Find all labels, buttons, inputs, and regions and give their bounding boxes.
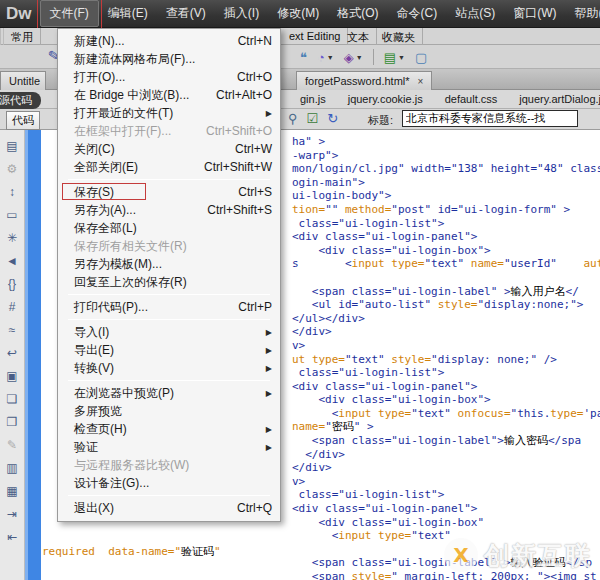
file-menu-item-12[interactable]: 另存为模板(M)... xyxy=(58,255,280,273)
menu-item-label: 全部关闭(E) xyxy=(74,159,196,176)
menu-item-label: 打开最近的文件(T) xyxy=(74,105,258,122)
file-menu-item-17[interactable]: 转换(V)▶ xyxy=(58,359,280,377)
menubar-item-7[interactable]: 站点(S) xyxy=(446,1,504,26)
file-menu-item-6[interactable]: 关闭(C)Ctrl+W xyxy=(58,140,280,158)
related-file-3[interactable]: jquery.artDialog.j xyxy=(519,93,600,105)
dreamweaver-logo: Dw xyxy=(0,4,40,24)
apply-comment-icon[interactable]: ❏ xyxy=(3,387,22,410)
menu-item-label: 导入(I) xyxy=(74,324,258,341)
code-editor-text[interactable]: ha" > -warp"> mon/login/cl.jpg" width="1… xyxy=(292,135,600,580)
coding-toolbar: ▤⚙↕▭✳◄{}#≈↩▣❏❐✎▥▦⇥⇤ xyxy=(0,130,25,580)
menubar-item-9[interactable]: 帮助(H) xyxy=(565,1,600,26)
file-menu-item-18[interactable]: 在浏览器中预览(P)▶ xyxy=(58,384,280,402)
file-menu-item-21[interactable]: 验证▶ xyxy=(58,438,280,456)
file-menu-item-13[interactable]: 回复至上次的保存(R) xyxy=(58,273,280,291)
submenu-arrow-icon: ▶ xyxy=(266,346,272,355)
file-menu-item-20[interactable]: 检查页(H)▶ xyxy=(58,420,280,438)
menu-item-label: 设计备注(G)... xyxy=(74,475,272,492)
tab-forgetpassword[interactable]: forgetPassword.html* × xyxy=(296,71,432,90)
dreamweaver-window: Dw 文件(F)编辑(E)查看(V)插入(I)修改(M)格式(O)命令(C)站点… xyxy=(0,0,600,580)
word-wrap-icon[interactable]: ↩ xyxy=(3,341,22,364)
menubar-item-4[interactable]: 修改(M) xyxy=(268,1,328,26)
ink-bottle-icon[interactable]: ◔▼ xyxy=(317,50,334,65)
menu-item-label: 新建流体网格布局(F)... xyxy=(74,51,272,68)
file-menu-item-14[interactable]: 打印代码(P)...Ctrl+P xyxy=(58,298,280,316)
file-menu-item-0[interactable]: 新建(N)...Ctrl+N xyxy=(58,32,280,50)
move-css-icon[interactable]: ▦ xyxy=(3,479,22,502)
menu-item-label: 保存全部(L) xyxy=(74,220,272,237)
related-file-2[interactable]: default.css xyxy=(445,93,498,105)
menu-item-shortcut: Ctrl+O xyxy=(237,70,272,84)
file-menu-item-15[interactable]: 导入(I)▶ xyxy=(58,323,280,341)
menubar-item-2[interactable]: 查看(V) xyxy=(157,1,215,26)
code-selection-highlight xyxy=(25,130,41,580)
file-menu-item-3[interactable]: 在 Bridge 中浏览(B)...Ctrl+Alt+O xyxy=(58,86,280,104)
panel-icon[interactable]: ▢ xyxy=(415,50,427,65)
menubar-item-3[interactable]: 插入(I) xyxy=(215,1,268,26)
indent-code-icon[interactable]: ⇥ xyxy=(3,502,22,525)
submenu-arrow-icon: ▶ xyxy=(266,425,272,434)
syntax-error-alerts-icon[interactable]: ▣ xyxy=(3,364,22,387)
menu-item-shortcut: Ctrl+Alt+O xyxy=(216,88,272,102)
menu-item-label: 保存所有相关文件(R) xyxy=(74,238,272,255)
tab-common[interactable]: 常用 xyxy=(0,28,41,45)
preview-check-icon[interactable]: ☑ xyxy=(307,111,319,126)
menu-item-label: 导出(E) xyxy=(74,342,258,359)
code-editor-text-line[interactable]: required data-name="验证码" xyxy=(42,544,221,559)
file-menu-item-19[interactable]: 多屏预览 xyxy=(58,402,280,420)
tab-text[interactable]: 文本 xyxy=(340,28,377,45)
menubar-item-8[interactable]: 窗口(W) xyxy=(504,1,565,26)
source-code-button[interactable]: 源代码 xyxy=(0,92,41,109)
file-menu-item-8[interactable]: 保存(S)Ctrl+S xyxy=(58,183,280,201)
file-menu-dropdown: 新建(N)...Ctrl+N新建流体网格布局(F)...打开(O)...Ctrl… xyxy=(57,28,281,522)
file-status-icon[interactable]: ⚲ xyxy=(288,111,298,126)
file-menu-item-7[interactable]: 全部关闭(E)Ctrl+Shift+W xyxy=(58,158,280,176)
menubar-item-1[interactable]: 编辑(E) xyxy=(99,1,157,26)
document-title-input[interactable] xyxy=(402,110,578,127)
menubar-item-6[interactable]: 命令(C) xyxy=(387,1,446,26)
related-file-1[interactable]: jquery.cookie.js xyxy=(348,93,423,105)
balance-braces-icon[interactable]: {} xyxy=(3,272,22,295)
menu-separator xyxy=(68,495,270,496)
menu-separator xyxy=(68,380,270,381)
file-menu-item-16[interactable]: 导出(E)▶ xyxy=(58,341,280,359)
file-menu-item-2[interactable]: 打开(O)...Ctrl+O xyxy=(58,68,280,86)
watermark: X 创新互联 xyxy=(444,538,592,572)
refresh-icon[interactable]: ↻ xyxy=(327,111,338,126)
menubar-item-0[interactable]: 文件(F) xyxy=(40,0,99,27)
menubar: Dw 文件(F)编辑(E)查看(V)插入(I)修改(M)格式(O)命令(C)站点… xyxy=(0,0,600,28)
file-menu-item-24[interactable]: 退出(X)Ctrl+Q xyxy=(58,499,280,517)
recent-snippets-icon[interactable]: ▥ xyxy=(3,456,22,479)
tab-incontext-editing[interactable]: ext Editing xyxy=(282,28,348,45)
line-numbers-icon[interactable]: # xyxy=(3,295,22,318)
tab-untitled-document[interactable]: Untitle xyxy=(0,71,46,90)
menu-item-shortcut: Ctrl+N xyxy=(238,34,272,48)
comment-icon[interactable]: ❝ xyxy=(300,50,307,65)
expand-all-icon[interactable]: ✳ xyxy=(3,226,22,249)
menubar-item-5[interactable]: 格式(O) xyxy=(328,1,387,26)
submenu-arrow-icon: ▶ xyxy=(266,389,272,398)
collapse-full-tag-icon[interactable]: ↕ xyxy=(3,180,22,203)
open-documents-icon[interactable]: ▤ xyxy=(3,134,22,157)
menu-item-label: 新建(N)... xyxy=(74,33,230,50)
tab-favorites[interactable]: 收藏夹 xyxy=(375,28,423,45)
highlight-invalid-code-icon[interactable]: ≈ xyxy=(3,318,22,341)
file-menu-item-1[interactable]: 新建流体网格布局(F)... xyxy=(58,50,280,68)
file-menu-item-23[interactable]: 设计备注(G)... xyxy=(58,474,280,492)
related-file-0[interactable]: gin.js xyxy=(300,93,326,105)
menu-item-label: 在浏览器中预览(P) xyxy=(74,385,258,402)
code-view-button[interactable]: 代码 xyxy=(6,111,40,130)
collapse-selection-icon[interactable]: ▭ xyxy=(3,203,22,226)
tag-chooser-icon[interactable]: ◈▼ xyxy=(344,50,363,65)
script-icon[interactable]: ▤▼ xyxy=(384,50,405,65)
select-parent-tag-icon[interactable]: ◄ xyxy=(3,249,22,272)
file-menu-item-10[interactable]: 保存全部(L) xyxy=(58,219,280,237)
outdent-code-icon[interactable]: ⇤ xyxy=(3,525,22,548)
remove-comment-icon[interactable]: ❐ xyxy=(3,410,22,433)
file-menu-item-5: 在框架中打开(F)...Ctrl+Shift+O xyxy=(58,122,280,140)
menu-item-shortcut: Ctrl+Shift+W xyxy=(204,160,272,174)
file-menu-item-9[interactable]: 另存为(A)...Ctrl+Shift+S xyxy=(58,201,280,219)
file-menu-item-4[interactable]: 打开最近的文件(T)▶ xyxy=(58,104,280,122)
close-icon[interactable]: × xyxy=(418,76,424,87)
menu-item-label: 打开(O)... xyxy=(74,69,229,86)
